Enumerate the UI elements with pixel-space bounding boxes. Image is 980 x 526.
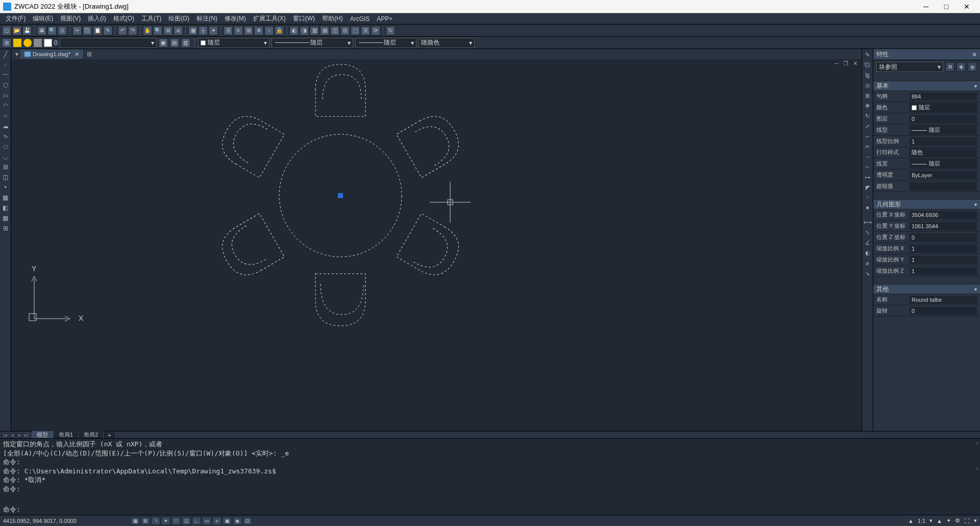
linetype-selector[interactable]: 随层▾ [272, 38, 353, 48]
close-button[interactable]: ✕ [957, 1, 977, 13]
menu-draw[interactable]: 绘图(D) [165, 13, 193, 24]
layer-freeze-icon[interactable]: ❄ [254, 26, 263, 35]
prop-ltscale-value[interactable]: 1 [910, 137, 977, 146]
cursor-coordinates[interactable]: 4415.0952, 994.9017, 0.0000 [3, 518, 131, 524]
insert-block-tool-icon[interactable]: ⊞ [1, 162, 10, 172]
color-selector[interactable]: 随层▾ [198, 38, 270, 48]
prop-scly-value[interactable]: 1 [910, 256, 977, 264]
misc-icon-5[interactable]: ◫ [330, 26, 339, 35]
dim-radius-icon[interactable]: ◐ [863, 248, 872, 257]
ducs-toggle[interactable]: ∟ [192, 517, 201, 525]
undo-icon[interactable]: ↶ [118, 26, 127, 35]
preview-icon[interactable]: 🔍 [47, 26, 57, 35]
revcloud-tool-icon[interactable]: ☁ [1, 122, 10, 131]
props-section-other[interactable]: 其他▾ [873, 284, 980, 294]
menu-arcgis[interactable]: ArcGIS [347, 14, 374, 23]
rotate-tool-icon[interactable]: ↻ [863, 111, 872, 121]
menu-app-plus[interactable]: APP+ [373, 14, 396, 23]
match-icon[interactable]: ✎ [103, 26, 112, 35]
prop-color-value[interactable]: 随层 [910, 103, 977, 112]
make-block-tool-icon[interactable]: ◫ [1, 173, 10, 182]
properties-panel-close-icon[interactable]: ✕ [972, 51, 977, 58]
gradient-tool-icon[interactable]: ◧ [1, 203, 10, 212]
polyline-tool-icon[interactable]: 〰 [1, 70, 10, 80]
layer-states-icon[interactable]: ≡ [234, 26, 243, 35]
polar-toggle-icon[interactable]: ✦ [209, 26, 218, 35]
layer-lock-icon[interactable]: 🔒 [275, 26, 284, 35]
copy-icon[interactable]: ⿻ [83, 26, 92, 35]
prop-sclx-value[interactable]: 1 [910, 245, 977, 253]
prop-transparency-value[interactable]: ByLayer [910, 171, 977, 179]
menu-dimension[interactable]: 标注(N) [193, 13, 221, 24]
offset-tool-icon[interactable]: ◎ [863, 81, 872, 90]
minimize-button[interactable]: ─ [916, 1, 936, 13]
snap-toggle-icon[interactable]: ▦ [188, 26, 198, 35]
dim-diameter-icon[interactable]: ⌀ [863, 258, 872, 268]
osnap-toggle[interactable]: □ [172, 517, 181, 525]
construction-line-tool-icon[interactable]: ⟋ [1, 60, 10, 69]
props-section-geometry[interactable]: 几何图形▾ [873, 199, 980, 209]
ortho-toggle[interactable]: └ [151, 517, 160, 525]
layer-lock-toggle-icon[interactable] [34, 39, 42, 47]
chamfer-tool-icon[interactable]: ◤ [863, 183, 872, 192]
misc-icon-6[interactable]: ⊟ [340, 26, 350, 35]
polygon-tool-icon[interactable]: ⬡ [1, 81, 10, 90]
line-tool-icon[interactable]: ╱ [1, 50, 10, 59]
misc-icon-8[interactable]: ☰ [361, 26, 370, 35]
explode-tool-icon[interactable]: ✷ [863, 203, 872, 212]
grid-toggle[interactable]: ⊞ [141, 517, 150, 525]
menu-modify[interactable]: 修改(M) [221, 13, 250, 24]
plot-color-selector[interactable]: 随颜色▾ [419, 38, 475, 48]
publish-icon[interactable]: ⎙ [58, 26, 67, 35]
ellipse-arc-tool-icon[interactable]: ◡ [1, 152, 10, 161]
select-objects-icon[interactable]: ✥ [957, 62, 966, 71]
polar-toggle[interactable]: ✦ [161, 517, 170, 525]
layer-makeactive-icon[interactable]: ▣ [159, 38, 168, 47]
annotation-scale-value[interactable]: 1:1 [918, 518, 925, 524]
zoom-win-icon[interactable]: ⧉ [163, 26, 173, 35]
dim-aligned-icon[interactable]: ⤡ [863, 228, 872, 237]
menu-edit[interactable]: 编辑(E) [29, 13, 57, 24]
layout-tab-layout1[interactable]: 布局1 [54, 431, 79, 439]
prop-posx-value[interactable]: 3504.6936 [910, 211, 977, 219]
dim-angular-icon[interactable]: ∠ [863, 238, 872, 247]
pickadd-toggle-icon[interactable]: ⊕ [968, 62, 977, 71]
document-tab-close-icon[interactable]: ✕ [75, 51, 79, 58]
menu-format[interactable]: 格式(O) [110, 13, 138, 24]
trim-tool-icon[interactable]: ✂ [863, 142, 872, 151]
prop-lweight-value[interactable]: 随层 [910, 159, 977, 169]
status-config-icon[interactable]: ▾ [974, 517, 977, 524]
prop-layer-value[interactable]: 0 [910, 115, 977, 123]
menu-window[interactable]: 窗口(W) [289, 13, 318, 24]
model-toggle[interactable]: ▣ [223, 517, 232, 525]
prop-name-value[interactable]: Round talbe [910, 296, 977, 304]
menu-view[interactable]: 视图(V) [57, 13, 84, 24]
misc-icon-7[interactable]: ⬚ [351, 26, 360, 35]
new-icon[interactable]: ◻ [2, 26, 11, 35]
extend-tool-icon[interactable]: → [863, 152, 872, 161]
object-type-selector[interactable]: 块参照▾ [876, 62, 943, 72]
move-tool-icon[interactable]: ✥ [863, 101, 872, 110]
rectangle-tool-icon[interactable]: ▭ [1, 91, 10, 100]
misc-icon-1[interactable]: ◐ [289, 26, 299, 35]
quick-select-icon[interactable]: ⧉ [945, 62, 954, 71]
prop-posy-value[interactable]: 1061.3544 [910, 222, 977, 230]
layer-bulb-icon[interactable] [23, 39, 32, 47]
lwt-toggle[interactable]: ≡ [212, 517, 222, 525]
snap-mode-toggle[interactable]: ▦ [131, 517, 140, 525]
lineweight-selector[interactable]: 随层▾ [355, 38, 416, 48]
prop-handle-value[interactable]: 884 [910, 92, 977, 101]
dim-leader-icon[interactable]: ↘ [863, 269, 872, 278]
ellipse-tool-icon[interactable]: ⬭ [1, 142, 10, 151]
menu-insert[interactable]: 插入(I) [84, 13, 109, 24]
misc-icon-2[interactable]: ◑ [300, 26, 309, 35]
status-workspace-icon[interactable]: ⚙ [955, 517, 960, 524]
open-icon[interactable]: 📂 [12, 26, 21, 35]
layout-nav-first-icon[interactable]: |◂ [2, 433, 8, 438]
prop-hyperlink-value[interactable] [910, 182, 977, 190]
props-section-basic[interactable]: 基本▾ [873, 81, 980, 91]
ortho-toggle-icon[interactable]: ┼ [199, 26, 208, 35]
array-tool-icon[interactable]: ⊞ [863, 91, 872, 100]
mdi-minimize-icon[interactable]: ─ [833, 60, 840, 67]
document-tab-new[interactable]: ⊞ [84, 51, 95, 58]
